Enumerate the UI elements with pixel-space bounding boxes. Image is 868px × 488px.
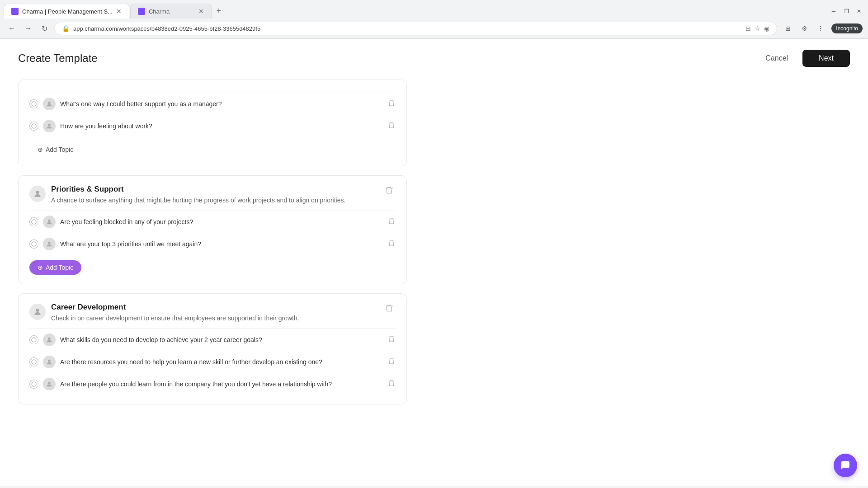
question-avatar-6 [43,356,56,368]
question-avatar-1 [43,98,56,110]
extension-icon: ⊟ [745,25,751,32]
content-area: What's one way I could better support yo… [18,80,407,404]
svg-point-15 [48,382,50,384]
question-avatar-7 [43,378,56,390]
add-circle-icon: ⊕ [38,146,43,153]
section-priorities-title-block: Priorities & Support A chance to surface… [51,185,377,205]
svg-point-3 [48,124,50,126]
svg-point-11 [48,338,50,340]
cancel-button[interactable]: Cancel [758,51,795,66]
tab-2-favicon [138,8,145,15]
page-header: Create Template Cancel Next [18,50,850,67]
svg-point-7 [32,242,36,246]
svg-point-5 [32,220,36,224]
address-bar-icons: ⊟ ☆ ◉ [745,25,769,32]
chat-widget[interactable] [834,454,857,477]
profile-button[interactable]: ⚙ [797,21,811,36]
question-text-6: Are there resources you need to help you… [60,358,383,366]
svg-point-2 [32,124,36,128]
question-check-5[interactable] [29,335,38,344]
forward-button[interactable]: → [22,22,34,35]
window-restore[interactable]: ❐ [841,6,852,17]
refresh-button[interactable]: ↻ [38,22,51,35]
section-career-header: Career Development Check in on career de… [29,303,396,323]
lock-icon: 🔒 [62,25,70,32]
add-topic-label-1: Add Topic [46,146,73,153]
new-tab-button[interactable]: + [212,5,225,18]
section-priorities-title: Priorities & Support [51,185,377,194]
question-check-4[interactable] [29,239,38,249]
back-button[interactable]: ← [5,22,18,35]
tab-2[interactable]: Charma ✕ [130,4,212,19]
question-row: How are you feeling about work? [29,115,396,137]
svg-point-4 [36,191,39,194]
svg-point-0 [32,102,36,106]
delete-question-3[interactable] [387,217,396,227]
browser-chrome: Charma | People Management S... ✕ Charma… [0,0,868,39]
section-career-icon [29,304,46,320]
delete-question-5[interactable] [387,335,396,345]
question-avatar-5 [43,333,56,346]
chat-icon [840,460,851,471]
menu-button[interactable]: ⋮ [813,21,828,36]
delete-question-2[interactable] [387,121,396,131]
extensions-button[interactable]: ⊞ [781,21,795,36]
section-career-desc: Check in on career development to ensure… [51,314,377,323]
page-container: Create Template Cancel Next What's one w… [0,39,868,486]
section-priorities-header: Priorities & Support A chance to surface… [29,185,396,205]
question-text-7: Are there people you could learn from in… [60,380,383,388]
incognito-badge: Incognito [831,23,863,33]
add-circle-icon-2: ⊕ [38,264,43,271]
section-career: Career Development Check in on career de… [18,293,407,404]
delete-question-7[interactable] [387,379,396,389]
tab-1-active[interactable]: Charma | People Management S... ✕ [4,4,129,19]
tab-1-favicon [11,8,19,15]
delete-section-career[interactable] [383,303,396,316]
question-row: What are your top 3 priorities until we … [29,233,396,255]
question-check-1[interactable] [29,99,38,108]
question-check-2[interactable] [29,122,38,131]
section-priorities-desc: A chance to surface anything that might … [51,196,377,205]
delete-question-1[interactable] [387,99,396,109]
tab-1-title: Charma | People Management S... [22,8,113,15]
delete-question-6[interactable] [387,357,396,367]
question-text-3: Are you feeling blocked in any of your p… [60,218,383,225]
question-check-3[interactable] [29,217,38,226]
add-topic-label-2: Add Topic [46,264,73,271]
svg-point-1 [48,102,50,104]
add-topic-button-2[interactable]: ⊕ Add Topic [29,260,81,275]
tab-2-close[interactable]: ✕ [198,8,204,15]
question-row: What's one way I could better support yo… [29,93,396,115]
question-check-7[interactable] [29,380,38,389]
question-row: Are you feeling blocked in any of your p… [29,211,396,233]
question-check-6[interactable] [29,357,38,366]
window-controls: ─ ❐ ✕ [828,6,864,17]
toolbar-icons: ⊞ ⚙ ⋮ [781,21,828,36]
window-close[interactable]: ✕ [854,6,864,17]
question-row: Are there resources you need to help you… [29,351,396,373]
delete-question-4[interactable] [387,239,396,249]
address-bar-row: ← → ↻ 🔒 app.charma.com/workspaces/b4838e… [0,19,868,38]
profile-icon: ◉ [764,25,769,32]
section-career-title: Career Development [51,303,377,312]
next-button[interactable]: Next [802,50,850,67]
address-bar[interactable]: 🔒 app.charma.com/workspaces/b4838ed2-092… [54,22,777,35]
bookmark-icon[interactable]: ☆ [755,25,760,32]
window-minimize[interactable]: ─ [828,6,839,17]
question-text-5: What skills do you need to develop to ac… [60,336,383,343]
question-avatar-4 [43,238,56,250]
svg-point-6 [48,220,50,222]
add-topic-button-1[interactable]: ⊕ Add Topic [29,142,81,157]
question-row: What skills do you need to develop to ac… [29,328,396,351]
question-row: Are there people you could learn from in… [29,373,396,395]
section-career-title-block: Career Development Check in on career de… [51,303,377,323]
question-avatar-3 [43,216,56,228]
svg-point-9 [36,309,39,312]
svg-point-12 [32,360,36,364]
url-display: app.charma.com/workspaces/b4838ed2-0925-… [73,25,742,32]
question-text-2: How are you feeling about work? [60,122,383,130]
delete-section-priorities[interactable] [383,185,396,198]
tab-bar: Charma | People Management S... ✕ Charma… [0,0,868,19]
tab-1-close[interactable]: ✕ [116,8,122,15]
section-priorities: Priorities & Support A chance to surface… [18,175,407,284]
